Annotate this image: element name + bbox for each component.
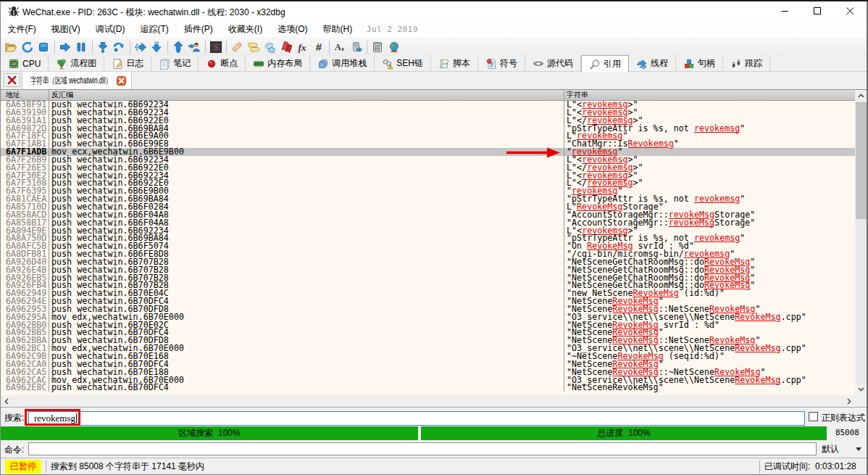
strings-icon: Az xyxy=(334,41,346,53)
skip-next-button[interactable] xyxy=(151,41,162,53)
horizontal-scrollbar[interactable] xyxy=(1,395,867,407)
calls-button[interactable] xyxy=(351,41,362,53)
column-header-string[interactable]: 字符串 xyxy=(564,90,855,100)
tab-日志[interactable]: 日志 xyxy=(104,56,151,71)
regex-checkbox[interactable] xyxy=(809,412,818,421)
command-input[interactable] xyxy=(28,442,817,455)
menu-item-6[interactable]: 选项(O) xyxy=(271,21,314,38)
patches-button[interactable] xyxy=(231,41,243,53)
maximize-button[interactable] xyxy=(801,1,834,20)
column-header-address[interactable]: 地址 xyxy=(1,90,49,100)
trace-footprints-icon xyxy=(730,58,742,70)
tab-label: 线程 xyxy=(651,57,668,70)
menu-item-3[interactable]: 追踪(T) xyxy=(133,21,175,38)
menu-item-0[interactable]: 文件(F) xyxy=(1,21,43,38)
functions-button[interactable]: fx xyxy=(296,41,308,53)
tab-流程图[interactable]: 流程图 xyxy=(49,56,104,71)
command-row: 命令: 默认 xyxy=(1,440,867,458)
title-bar: WeChat.exe - PID: 263C - 模块: wechatwin.d… xyxy=(1,1,867,20)
cell-address: 6A962E8C xyxy=(1,384,49,392)
run-button[interactable] xyxy=(59,41,71,53)
menu-item-4[interactable]: 插件(P) xyxy=(177,21,220,38)
open-folder-icon xyxy=(5,41,17,53)
search-row: 搜索: revokemsg 正则表达式 xyxy=(1,407,867,426)
doc-tab-strings[interactable]: 字符串（区域 wechatwin.dll） xyxy=(22,72,132,89)
tab-label: 内存布局 xyxy=(267,57,302,70)
scroll-up-button[interactable] xyxy=(856,90,867,102)
tab-SEH链[interactable]: !SEH链 xyxy=(375,56,431,71)
menu-item-5[interactable]: 收藏夹(I) xyxy=(221,21,269,38)
tab-跟踪[interactable]: 跟踪 xyxy=(723,56,770,71)
column-header-disassembly[interactable]: 反汇编 xyxy=(49,90,564,100)
tab-label: 流程图 xyxy=(70,57,96,70)
tab-断点[interactable]: 断点 xyxy=(199,56,246,71)
step-into-button[interactable] xyxy=(97,41,109,53)
strings-button[interactable]: Az xyxy=(334,41,346,53)
control-flow-button[interactable]: # xyxy=(313,41,325,53)
tab-label: 调用堆栈 xyxy=(332,57,367,70)
toolbar-separator xyxy=(226,41,227,54)
control-flow-icon: # xyxy=(313,41,325,53)
minimize-button[interactable] xyxy=(769,1,801,20)
tab-符号[interactable]: 符号 xyxy=(478,56,525,71)
animate-into-button[interactable] xyxy=(135,41,146,53)
scroll-right-button[interactable] xyxy=(843,395,855,407)
tab-调用堆栈[interactable]: 调用堆栈 xyxy=(310,56,375,71)
restart-button[interactable] xyxy=(22,41,33,53)
references-table[interactable]: 6A638F91push wechatwin.6B692234L"<revoke… xyxy=(1,101,855,395)
calculator-button[interactable] xyxy=(372,41,383,53)
view-tab-bar: 32CPU流程图日志笔记断点内存布局调用堆栈!SEH链<>脚本符号<>源代码引用… xyxy=(1,56,867,72)
bookmarks-button[interactable] xyxy=(280,41,292,53)
scroll-left-button[interactable] xyxy=(1,395,12,407)
tab-句柄[interactable]: 句柄 xyxy=(676,56,723,71)
search-input[interactable]: revokemsg xyxy=(28,411,805,426)
scylla-button[interactable]: S xyxy=(210,41,222,53)
menu-item-7[interactable]: 帮助(H) xyxy=(316,21,359,38)
tab-线程[interactable]: 线程 xyxy=(629,56,676,71)
execute-till-return-button[interactable] xyxy=(172,41,184,53)
tab-引用[interactable]: 引用 xyxy=(581,55,629,73)
scroll-down-button[interactable] xyxy=(856,384,867,395)
vertical-scrollbar[interactable] xyxy=(856,90,867,395)
window-border-left xyxy=(0,1,1,475)
tab-label: CPU xyxy=(22,59,41,69)
run-to-user-code-icon xyxy=(188,41,200,53)
table-header: 地址 反汇编 字符串 xyxy=(1,90,855,101)
open-folder-button[interactable] xyxy=(5,41,17,53)
run-to-user-code-button[interactable] xyxy=(188,41,200,53)
step-into-icon xyxy=(97,41,109,53)
tab-源代码[interactable]: <>源代码 xyxy=(525,56,581,71)
tab-label: 源代码 xyxy=(547,57,573,70)
pause-button[interactable] xyxy=(75,41,87,53)
doc-tab-label: 字符串（区域 wechatwin.dll） xyxy=(30,75,88,87)
cell-disassembly: push wechatwin.6B70DFC4 xyxy=(49,384,564,392)
labels-button[interactable] xyxy=(264,41,275,53)
tab-内存布局[interactable]: 内存布局 xyxy=(246,56,310,71)
menu-item-2[interactable]: 调试(D) xyxy=(88,21,132,38)
window-border-top xyxy=(0,0,868,1)
tab-脚本[interactable]: <>脚本 xyxy=(431,56,478,71)
internet-button[interactable] xyxy=(388,41,400,53)
tab-CPU[interactable]: 32CPU xyxy=(1,56,49,71)
comments-button[interactable] xyxy=(248,41,259,53)
vertical-scrollbar-thumb[interactable] xyxy=(856,102,867,219)
close-all-tabs-button[interactable] xyxy=(4,73,20,87)
tab-笔记[interactable]: 笔记 xyxy=(151,56,199,71)
menu-item-1[interactable]: 视图(V) xyxy=(44,21,87,38)
status-bar: 已暂停 搜索到 85008 个字符串于 17141 毫秒内 已调试时间: 0:0… xyxy=(1,458,867,474)
step-over-button[interactable] xyxy=(113,41,125,53)
document-tab-row: 字符串（区域 wechatwin.dll） xyxy=(1,72,867,90)
doc-tab-close-icon[interactable] xyxy=(117,76,126,86)
close-button[interactable] xyxy=(834,1,867,20)
stop-button[interactable] xyxy=(38,41,49,53)
window-controls xyxy=(769,1,867,20)
handles-cubes-icon xyxy=(683,58,695,70)
command-script-combo[interactable]: 默认 xyxy=(819,442,864,455)
table-row-6A962E8C[interactable]: 6A962E8Cpush wechatwin.6B70DFC4"NetScene… xyxy=(1,384,855,392)
functions-icon: fx xyxy=(296,41,308,53)
regex-checkbox-label: 正则表达式 xyxy=(822,412,865,424)
labels-icon xyxy=(264,41,275,53)
animate-into-icon xyxy=(135,41,146,53)
restart-icon xyxy=(22,41,33,53)
tabbar-empty-space xyxy=(770,56,867,71)
